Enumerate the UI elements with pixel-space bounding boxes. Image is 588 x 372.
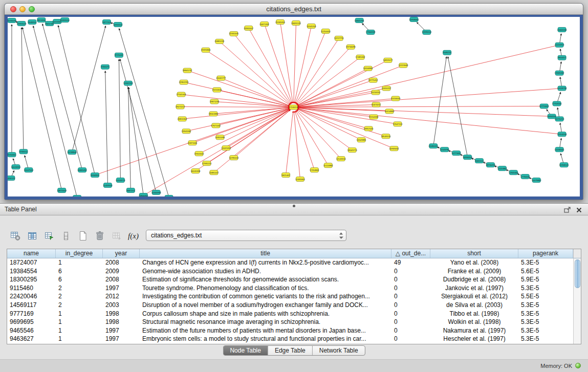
graph-edge[interactable] (297, 65, 403, 106)
graph-edge[interactable] (297, 69, 368, 105)
column-header-short[interactable]: short (430, 249, 518, 258)
graph-node[interactable]: 10969432 (389, 146, 399, 151)
graph-node[interactable]: 11804452 (139, 193, 148, 196)
graph-node[interactable]: 9046914 (28, 19, 37, 24)
graph-node[interactable]: 15993128 (17, 21, 27, 26)
delete-table-button[interactable] (93, 230, 106, 242)
graph-node[interactable]: 17671442 (211, 123, 221, 128)
network-canvas[interactable]: 1724015218841232228019912754100319071157… (8, 17, 580, 196)
column-header-out_de[interactable]: △ out_de... (391, 249, 430, 258)
graph-edge[interactable] (143, 110, 290, 195)
graph-node[interactable]: 11610227 (382, 86, 391, 91)
graph-node[interactable]: 10773442 (451, 151, 461, 156)
graph-node[interactable]: 10518734 (557, 86, 567, 91)
graph-node[interactable]: 12770443 (539, 104, 549, 108)
tab-network-table[interactable]: Network Table (313, 346, 365, 355)
row-tools-button[interactable] (59, 230, 73, 242)
graph-node[interactable]: 12217755 (334, 36, 344, 40)
graph-edge[interactable] (249, 28, 292, 104)
graph-node[interactable]: 8824334 (37, 17, 46, 22)
graph-node[interactable]: 9405512 (475, 159, 484, 163)
graph-edge[interactable] (119, 29, 169, 196)
table-row[interactable]: 977716911998Corpus callosum shape and si… (7, 310, 581, 318)
graph-node[interactable]: 12254410 (321, 29, 331, 33)
graph-node[interactable]: 11459920 (103, 183, 113, 188)
graph-edge[interactable] (105, 71, 108, 185)
graph-node[interactable]: 11007543 (24, 168, 34, 172)
graph-node[interactable]: 9804417 (558, 55, 567, 60)
graph-node[interactable]: 17485332 (356, 55, 365, 59)
graph-node[interactable]: 19734098 (346, 45, 356, 49)
graph-node[interactable]: 22061445 (229, 31, 239, 36)
graph-node[interactable]: 17240152 (289, 105, 298, 110)
graph-node[interactable]: 10872009 (57, 188, 67, 193)
graph-node[interactable]: 21151604 (212, 87, 222, 92)
graph-edge[interactable] (297, 60, 388, 105)
graph-node[interactable]: 15958663 (409, 17, 419, 21)
graph-node[interactable]: 13345062 (555, 71, 564, 75)
graph-node[interactable]: 21080115 (429, 144, 439, 148)
graph-node[interactable]: 16958204 (463, 155, 472, 160)
graph-node[interactable]: 9390556 (548, 114, 556, 119)
graph-node[interactable]: 10236645 (555, 147, 564, 152)
graph-node[interactable]: 16241398 (191, 169, 201, 173)
import-table-button[interactable] (110, 230, 123, 242)
graph-edge[interactable] (295, 31, 326, 103)
graph-node[interactable]: 25581650 (275, 19, 285, 24)
graph-edge[interactable] (42, 24, 82, 170)
graph-edge[interactable] (234, 110, 291, 158)
graph-node[interactable]: 12696104 (422, 30, 432, 34)
network-edges[interactable] (11, 20, 564, 196)
network-svg[interactable]: 1724015218841232228019912754100319071157… (8, 17, 580, 196)
show-columns-button[interactable] (25, 230, 39, 242)
graph-node[interactable]: 9046220 (443, 50, 452, 55)
graph-node[interactable]: 18957020 (364, 126, 374, 131)
graph-node[interactable]: 10562203 (123, 81, 133, 85)
graph-node[interactable]: 11543780 (440, 147, 450, 152)
graph-edge[interactable] (217, 90, 290, 106)
graph-node[interactable]: 9356071 (101, 64, 110, 69)
graph-edge[interactable] (295, 111, 314, 170)
graph-node[interactable]: 10933122 (113, 22, 123, 27)
graph-edge[interactable] (433, 57, 447, 146)
graph-edge[interactable] (297, 109, 361, 140)
graph-node[interactable]: 17730441 (520, 174, 530, 179)
column-header-title[interactable]: title (140, 249, 391, 258)
graph-node[interactable]: 9621447 (281, 173, 290, 178)
graph-node[interactable]: 20881233 (215, 39, 225, 43)
graph-node[interactable]: 19871233 (210, 99, 220, 104)
graph-node[interactable]: 10665432 (77, 168, 87, 172)
graph-edge[interactable] (120, 59, 157, 192)
edit-table-button[interactable] (42, 230, 56, 242)
table-row[interactable]: 1938455462009Genome-wide association stu… (7, 267, 581, 276)
function-builder-button[interactable]: f(x) (126, 230, 140, 242)
graph-edge[interactable] (220, 41, 291, 104)
graph-node[interactable]: 15958121 (559, 163, 569, 167)
graph-node[interactable]: 18549773 (347, 148, 357, 152)
table-settings-button[interactable] (8, 230, 22, 242)
graph-node[interactable]: 16351098 (215, 135, 225, 140)
graph-node[interactable]: 16549881 (357, 138, 366, 142)
graph-edge[interactable] (297, 108, 368, 129)
graph-node[interactable]: 17564208 (366, 30, 376, 34)
graph-edge[interactable] (294, 26, 311, 103)
graph-node[interactable]: 9687215 (126, 188, 135, 193)
graph-node[interactable]: 20265090 (8, 18, 17, 23)
graph-edge[interactable] (296, 111, 329, 165)
graph-edge[interactable] (297, 106, 544, 107)
graph-edge[interactable] (297, 89, 562, 107)
table-row[interactable]: 946554611997Estimation of the future num… (7, 326, 581, 335)
graph-edge[interactable] (23, 28, 62, 190)
graph-node[interactable]: 18549220 (381, 134, 391, 139)
scrollbar-thumb[interactable] (575, 259, 580, 288)
column-header-year[interactable]: year (103, 249, 140, 258)
graph-node[interactable]: 16104860 (363, 66, 373, 71)
graph-node[interactable]: 16770213 (555, 117, 564, 121)
table-selector-combobox[interactable]: citations_edges.txt (146, 230, 346, 241)
table-row[interactable]: 2242004622012Investigating the contribut… (7, 292, 581, 301)
graph-node[interactable]: 9789552 (19, 149, 28, 154)
graph-node[interactable]: 11541209 (307, 24, 316, 28)
graph-node[interactable]: 11220953 (555, 42, 564, 47)
graph-node[interactable]: 9877553 (102, 19, 111, 24)
tab-edge-table[interactable]: Edge Table (268, 346, 313, 355)
